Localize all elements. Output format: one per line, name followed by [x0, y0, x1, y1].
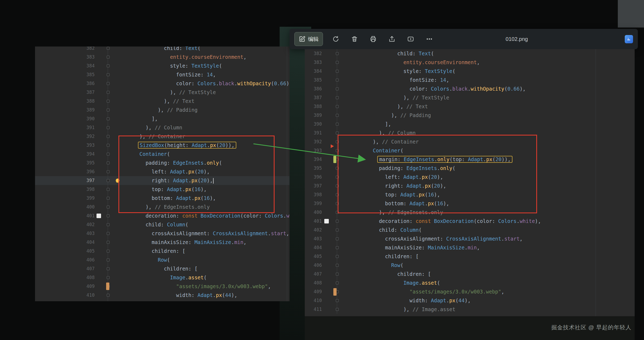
- code-text[interactable]: ), // TextStyle: [115, 88, 290, 97]
- line-number[interactable]: 393: [35, 141, 95, 150]
- code-line-389[interactable]: 389), // Padding: [35, 106, 290, 114]
- code-text[interactable]: decoration: const BoxDecoration(color: C…: [115, 211, 290, 220]
- code-line-402[interactable]: 402child: Column(: [35, 220, 290, 229]
- line-number[interactable]: 382: [35, 47, 95, 53]
- line-number[interactable]: 403: [35, 229, 95, 238]
- more-button[interactable]: [423, 33, 435, 45]
- code-line-390[interactable]: 390],: [35, 114, 290, 123]
- line-number[interactable]: 390: [35, 114, 95, 123]
- line-number[interactable]: 397: [35, 176, 95, 185]
- line-number[interactable]: 385: [35, 70, 95, 79]
- edit-button[interactable]: 编辑: [294, 32, 323, 46]
- code-line-388[interactable]: 388), // Text: [35, 97, 290, 106]
- code-text[interactable]: ), // Column: [115, 123, 290, 132]
- code-text[interactable]: fontSize: 14,: [115, 70, 290, 79]
- line-number[interactable]: 401: [35, 211, 95, 220]
- code-line-383[interactable]: 383entity.courseEnvironment,: [35, 53, 290, 61]
- code-line-384[interactable]: 384style: TextStyle(: [35, 61, 290, 70]
- line-number[interactable]: 408: [35, 273, 95, 282]
- code-line-400[interactable]: 400), // EdgeInsets.only: [35, 203, 290, 211]
- line-number[interactable]: 384: [35, 61, 95, 70]
- line-number[interactable]: 398: [35, 185, 95, 194]
- code-text[interactable]: crossAxisAlignment: CrossAxisAlignment.s…: [115, 229, 290, 238]
- code-line-408[interactable]: 408Image.asset(: [35, 273, 290, 282]
- code-line-395[interactable]: 395padding: EdgeInsets.only(: [35, 159, 290, 167]
- code-text[interactable]: right: Adapt.px(20),: [115, 176, 290, 185]
- line-number[interactable]: 406: [35, 256, 95, 264]
- rotate-button[interactable]: [330, 33, 342, 45]
- code-line-401[interactable]: 401decoration: const BoxDecoration(color…: [35, 211, 290, 220]
- code-text[interactable]: children: [: [115, 247, 290, 256]
- code-line-399[interactable]: 399bottom: Adapt.px(16),: [35, 194, 290, 203]
- line-number[interactable]: 409: [35, 282, 95, 291]
- code-text[interactable]: "assets/images/3.0x/w003.webp",: [115, 282, 290, 291]
- code-text[interactable]: bottom: Adapt.px(16),: [115, 194, 290, 203]
- code-line-394[interactable]: 394Container(: [35, 150, 290, 159]
- line-number[interactable]: 383: [35, 53, 95, 61]
- code-text[interactable]: ), // Padding: [115, 106, 290, 114]
- code-line-409[interactable]: 409"assets/images/3.0x/w003.webp",: [35, 282, 290, 291]
- code-text[interactable]: ), // Text: [115, 97, 290, 106]
- code-text[interactable]: padding: EdgeInsets.only(: [115, 159, 290, 167]
- line-number[interactable]: 402: [35, 220, 95, 229]
- code-line-387[interactable]: 387), // TextStyle: [35, 88, 290, 97]
- code-text[interactable]: ), // EdgeInsets.only: [115, 203, 290, 211]
- code-line-382[interactable]: 382child: Text(: [35, 47, 290, 53]
- delete-button[interactable]: [349, 33, 360, 45]
- video-button[interactable]: [405, 33, 417, 45]
- code-line-396[interactable]: 396left: Adapt.px(20),: [35, 167, 290, 176]
- line-number[interactable]: 386: [35, 79, 95, 88]
- code-line-386[interactable]: 386color: Colors.black.withOpacity(0.66)…: [35, 79, 290, 88]
- line-number[interactable]: 389: [35, 106, 95, 114]
- code-text[interactable]: ), // Container: [115, 132, 290, 141]
- line-number[interactable]: 404: [35, 238, 95, 247]
- code-text[interactable]: Container(: [115, 150, 290, 159]
- line-number[interactable]: 388: [35, 97, 95, 106]
- print-button[interactable]: [367, 33, 379, 45]
- line-number[interactable]: 395: [35, 159, 95, 167]
- code-line-407[interactable]: 407children: [: [35, 264, 290, 273]
- line-number[interactable]: 410: [35, 291, 95, 300]
- code-line-411[interactable]: 411), // Image.asset: [35, 300, 290, 301]
- line-number[interactable]: 405: [35, 247, 95, 256]
- line-number[interactable]: 400: [35, 203, 95, 211]
- code-line-392[interactable]: 392), // Container: [35, 132, 290, 141]
- code-line-410[interactable]: 410width: Adapt.px(44),: [35, 291, 290, 300]
- code-line-398[interactable]: 398top: Adapt.px(16),: [35, 185, 290, 194]
- token: ),: [437, 174, 443, 180]
- code-text[interactable]: entity.courseEnvironment,: [115, 53, 290, 61]
- code-text[interactable]: child: Column(: [115, 220, 290, 229]
- code-text[interactable]: mainAxisSize: MainAxisSize.min,: [115, 238, 290, 247]
- code-line-406[interactable]: 406Row(: [35, 256, 290, 264]
- code-line-404[interactable]: 404mainAxisSize: MainAxisSize.min,: [35, 238, 290, 247]
- code-line-403[interactable]: 403crossAxisAlignment: CrossAxisAlignmen…: [35, 229, 290, 238]
- image-thumbnail-icon[interactable]: [625, 35, 633, 43]
- line-number[interactable]: 394: [35, 150, 95, 159]
- code-line-405[interactable]: 405children: [: [35, 247, 290, 256]
- code-text[interactable]: SizedBox(height: Adapt.px(20)),: [115, 141, 290, 150]
- line-number[interactable]: 391: [35, 123, 95, 132]
- code-text[interactable]: width: Adapt.px(44),: [115, 291, 290, 300]
- token: asset: [422, 280, 437, 286]
- code-text[interactable]: color: Colors.black.withOpacity(0.66),: [115, 79, 290, 88]
- line-number[interactable]: 411: [35, 300, 95, 301]
- code-text[interactable]: top: Adapt.px(16),: [115, 185, 290, 194]
- code-line-393[interactable]: 393SizedBox(height: Adapt.px(20)),: [35, 141, 290, 150]
- share-button[interactable]: [386, 33, 398, 45]
- code-line-385[interactable]: 385fontSize: 14,: [35, 70, 290, 79]
- code-text[interactable]: ],: [115, 114, 290, 123]
- code-line-397[interactable]: 397right: Adapt.px(20),: [35, 176, 290, 185]
- code-text[interactable]: Row(: [115, 256, 290, 264]
- line-number[interactable]: 396: [35, 167, 95, 176]
- line-number[interactable]: 392: [35, 132, 95, 141]
- code-line-391[interactable]: 391), // Column: [35, 123, 290, 132]
- line-number[interactable]: 399: [35, 194, 95, 203]
- code-text[interactable]: style: TextStyle(: [115, 61, 290, 70]
- code-text[interactable]: left: Adapt.px(20),: [115, 167, 290, 176]
- code-text[interactable]: Image.asset(: [115, 273, 290, 282]
- line-number[interactable]: 407: [35, 264, 95, 273]
- line-number[interactable]: 387: [35, 88, 95, 97]
- code-text[interactable]: ), // Image.asset: [115, 300, 290, 301]
- code-text[interactable]: child: Text(: [115, 47, 290, 53]
- code-text[interactable]: children: [: [115, 264, 290, 273]
